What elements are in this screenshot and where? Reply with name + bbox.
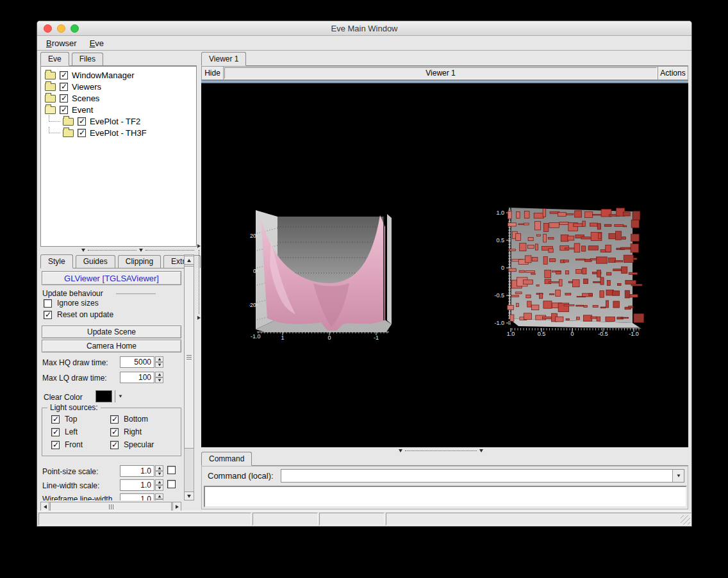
glviewer-button[interactable]: GLViewer [TGLSAViewer] <box>42 271 181 285</box>
clear-color-dropdown[interactable] <box>115 390 125 402</box>
hide-button[interactable]: Hide <box>202 67 224 79</box>
minimize-button[interactable] <box>57 24 65 33</box>
scrollbar-thumb[interactable] <box>184 266 194 449</box>
gl-viewport[interactable]: 20 0 -20 1 0 -1 -1.0 <box>201 83 688 447</box>
checkbox[interactable] <box>60 106 68 114</box>
tree-item-viewers[interactable]: Viewers <box>41 81 196 92</box>
max-lq-value[interactable]: 100 <box>120 372 154 383</box>
grip-icon <box>109 504 113 509</box>
checkbox[interactable] <box>78 117 86 126</box>
viewer-title[interactable]: Viewer 1 <box>224 67 657 79</box>
y-tick-label: 0 <box>501 265 504 271</box>
titlebar[interactable]: Eve Main Window <box>37 21 691 36</box>
spin-up-button[interactable] <box>155 479 163 485</box>
light-specular-option[interactable]: Specular <box>110 440 154 449</box>
checkbox[interactable] <box>60 83 68 91</box>
scroll-right-button[interactable] <box>172 502 181 511</box>
light-left-option[interactable]: Left <box>51 427 78 436</box>
scroll-down-button[interactable] <box>184 491 194 500</box>
checkbox[interactable] <box>110 415 119 424</box>
collapse-up-icon <box>81 249 85 252</box>
window-title: Eve Main Window <box>37 21 691 36</box>
line-width-checkbox[interactable] <box>167 480 176 488</box>
chevron-down-icon <box>677 474 680 477</box>
tree-item-windowmanager[interactable]: WindowManager <box>41 69 196 81</box>
max-lq-label: Max LQ draw time: <box>42 374 107 383</box>
spin-down-button[interactable] <box>155 377 163 383</box>
folder-icon <box>63 118 74 126</box>
hscrollbar-thumb[interactable] <box>50 502 172 511</box>
checkbox[interactable] <box>78 129 86 137</box>
reset-on-update-option[interactable]: Reset on update <box>44 310 113 319</box>
tab-eve[interactable]: Eve <box>40 52 69 66</box>
update-scene-button[interactable]: Update Scene <box>42 326 181 338</box>
point-size-checkbox[interactable] <box>167 466 176 474</box>
eve-main-window: Eve Main Window Browser Eve Eve Files Wi… <box>37 21 692 527</box>
checkbox[interactable] <box>51 428 60 436</box>
zoom-button[interactable] <box>70 24 79 33</box>
spin-down-button[interactable] <box>155 499 163 500</box>
tab-extras[interactable]: Extras <box>163 255 201 268</box>
y-tick-label: 1.0 <box>496 210 504 216</box>
tree-item-scenes[interactable]: Scenes <box>41 92 196 104</box>
checkbox[interactable] <box>60 94 68 103</box>
checkbox[interactable] <box>51 415 60 424</box>
tab-command[interactable]: Command <box>201 452 252 466</box>
light-right-option[interactable]: Right <box>110 427 142 436</box>
command-input[interactable] <box>281 470 672 482</box>
folder-icon <box>45 83 56 91</box>
spin-up-button[interactable] <box>155 465 163 471</box>
scroll-left-button[interactable] <box>40 502 49 511</box>
combo-dropdown-button[interactable] <box>672 470 684 482</box>
line-width-value[interactable]: 1.0 <box>120 479 154 491</box>
camera-home-button[interactable]: Camera Home <box>42 340 181 352</box>
light-bottom-option[interactable]: Bottom <box>110 415 148 424</box>
dock-splitter-horizontal[interactable] <box>40 247 197 253</box>
checkbox[interactable] <box>44 311 52 319</box>
tab-guides[interactable]: Guides <box>76 255 115 268</box>
checkbox[interactable] <box>44 299 52 308</box>
ignore-sizes-option[interactable]: Ignore sizes <box>44 299 99 308</box>
resize-grip[interactable] <box>681 515 690 525</box>
point-size-value[interactable]: 1.0 <box>120 465 154 477</box>
spin-up-button[interactable] <box>155 493 163 499</box>
checkbox[interactable] <box>110 428 119 436</box>
command-output[interactable] <box>204 486 687 508</box>
dock-splitter-vertical[interactable] <box>196 52 201 511</box>
tab-clipping[interactable]: Clipping <box>118 255 161 268</box>
checkbox[interactable] <box>60 71 68 79</box>
collapse-down-icon <box>139 249 143 252</box>
spin-down-button[interactable] <box>155 471 163 477</box>
command-input-combo[interactable] <box>281 469 684 483</box>
tree-item-event[interactable]: Event <box>41 104 196 115</box>
tab-files[interactable]: Files <box>72 53 103 65</box>
spin-up-button[interactable] <box>155 356 163 362</box>
x-tick-label: 1 <box>281 334 284 341</box>
wireframe-label: Wireframe line-width <box>42 495 112 500</box>
spin-down-button[interactable] <box>155 362 163 368</box>
arrow-right-icon <box>176 505 179 509</box>
grip-icon <box>186 355 192 359</box>
light-sources-title: Light sources: <box>47 403 101 412</box>
light-top-option[interactable]: Top <box>51 415 77 424</box>
status-segment <box>38 513 251 525</box>
clear-color-swatch[interactable] <box>95 390 112 402</box>
statusbar <box>37 511 691 526</box>
actions-button[interactable]: Actions <box>658 67 688 79</box>
spin-up-button[interactable] <box>155 372 163 377</box>
tab-style[interactable]: Style <box>40 254 73 268</box>
checkbox[interactable] <box>110 441 119 449</box>
wireframe-value[interactable]: 1.0 <box>120 493 154 500</box>
spin-down-button[interactable] <box>155 485 163 491</box>
menu-eve[interactable]: Eve <box>83 37 110 49</box>
tree-item-eveplot-th3f[interactable]: EvePlot - TH3F <box>41 127 196 138</box>
max-hq-value[interactable]: 5000 <box>120 356 154 368</box>
close-button[interactable] <box>44 24 52 33</box>
tab-viewer-1[interactable]: Viewer 1 <box>201 52 246 66</box>
checkbox[interactable] <box>51 441 60 449</box>
menu-browser[interactable]: Browser <box>40 37 83 49</box>
tree-item-eveplot-tf2[interactable]: EvePlot - TF2 <box>41 115 196 127</box>
tree-item-label: Scenes <box>72 94 99 103</box>
scroll-up-button[interactable] <box>184 256 194 265</box>
light-front-option[interactable]: Front <box>51 440 83 449</box>
